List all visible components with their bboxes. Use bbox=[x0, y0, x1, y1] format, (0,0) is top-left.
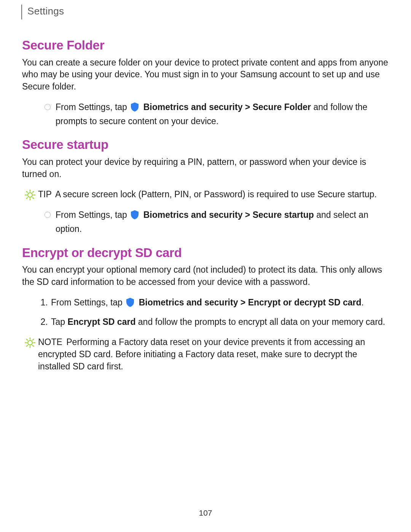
step-prefix: Tap bbox=[51, 317, 67, 327]
heading-secure-folder: Secure Folder bbox=[22, 38, 389, 53]
step-prefix: From Settings, tap bbox=[51, 297, 125, 307]
tip-label: TIP bbox=[38, 189, 52, 199]
bullet-marker bbox=[40, 209, 56, 218]
secure-folder-intro: You can create a secure folder on your d… bbox=[22, 57, 389, 93]
svg-line-8 bbox=[33, 192, 34, 193]
note-block: NOTE Performing a Factory data reset on … bbox=[22, 336, 389, 372]
shield-icon bbox=[126, 297, 135, 311]
bullet-marker bbox=[40, 101, 56, 110]
dotted-circle-icon bbox=[45, 212, 51, 218]
step-bold: Encrypt SD card bbox=[67, 317, 135, 327]
secure-folder-step: From Settings, tap Biometrics and securi… bbox=[22, 101, 389, 127]
heading-encrypt-sd: Encrypt or decrypt SD card bbox=[22, 245, 389, 260]
step-path: Biometrics and security > Secure Folder bbox=[143, 102, 311, 112]
step-prefix: From Settings, tap bbox=[56, 210, 129, 220]
page-number: 107 bbox=[0, 508, 411, 518]
step-path: Biometrics and security > Encrypt or dec… bbox=[139, 297, 362, 307]
secure-startup-step-text: From Settings, tap Biometrics and securi… bbox=[56, 209, 389, 235]
lightbulb-icon bbox=[22, 336, 38, 348]
encrypt-sd-step-2: Tap Encrypt SD card and follow the promp… bbox=[50, 316, 389, 328]
svg-line-7 bbox=[27, 198, 28, 199]
step-suffix: . bbox=[362, 297, 364, 307]
svg-line-15 bbox=[33, 345, 34, 347]
secure-folder-step-text: From Settings, tap Biometrics and securi… bbox=[56, 101, 389, 127]
note-text: Performing a Factory data reset on your … bbox=[38, 337, 365, 371]
svg-line-5 bbox=[27, 192, 28, 193]
shield-icon bbox=[130, 102, 139, 115]
tip-text: A secure screen lock (Pattern, PIN, or P… bbox=[55, 189, 377, 199]
encrypt-sd-steps: From Settings, tap Biometrics and securi… bbox=[22, 297, 389, 328]
step-suffix: and follow the prompts to encrypt all da… bbox=[135, 317, 385, 327]
step-path: Biometrics and security > Secure startup bbox=[143, 210, 314, 220]
shield-icon bbox=[130, 210, 139, 223]
svg-line-6 bbox=[33, 198, 34, 199]
page-content: Settings Secure Folder You can create a … bbox=[0, 0, 411, 373]
step-prefix: From Settings, tap bbox=[56, 102, 129, 112]
secure-startup-intro: You can protect your device by requiring… bbox=[22, 156, 389, 180]
svg-point-0 bbox=[28, 193, 32, 197]
encrypt-sd-step-1: From Settings, tap Biometrics and securi… bbox=[50, 297, 389, 311]
tip-content: TIP A secure screen lock (Pattern, PIN, … bbox=[38, 189, 389, 201]
svg-line-16 bbox=[27, 345, 28, 347]
note-label: NOTE bbox=[38, 337, 62, 347]
header: Settings bbox=[21, 5, 389, 19]
svg-line-17 bbox=[33, 339, 34, 340]
svg-line-14 bbox=[27, 339, 28, 340]
svg-point-9 bbox=[28, 340, 32, 345]
lightbulb-icon bbox=[22, 189, 38, 201]
dotted-circle-icon bbox=[45, 104, 51, 110]
breadcrumb-label: Settings bbox=[27, 5, 64, 17]
secure-startup-step: From Settings, tap Biometrics and securi… bbox=[22, 209, 389, 235]
tip-block: TIP A secure screen lock (Pattern, PIN, … bbox=[22, 189, 389, 201]
encrypt-sd-intro: You can encrypt your optional memory car… bbox=[22, 264, 389, 288]
note-content: NOTE Performing a Factory data reset on … bbox=[38, 336, 389, 372]
heading-secure-startup: Secure startup bbox=[22, 137, 389, 152]
